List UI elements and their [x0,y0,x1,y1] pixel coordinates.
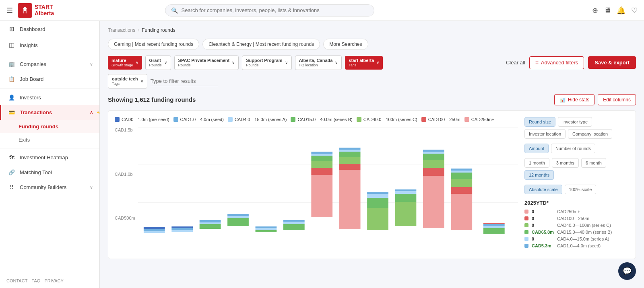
sidebar-label-dashboard: Dashboard [20,26,93,32]
svg-rect-39 [395,202,417,226]
search-input[interactable] [181,7,368,13]
matching-tool-icon: 🔗 [8,169,16,175]
chart-stats-title: 2025YTD* [524,200,629,206]
filter-growth-stage[interactable]: mature Growth stage ∨ [108,56,142,70]
sidebar-item-community-builders[interactable]: ⠿ Community Builders ∨ [0,180,99,195]
ctrl-investor-type[interactable]: Investor type [558,117,592,127]
sidebar-item-transactions[interactable]: 💳 Transactions ∧ 👆 [0,105,99,120]
ctrl-12months[interactable]: 12 months [524,170,554,180]
breadcrumb-separator: › [138,27,139,33]
saved-search-gaming[interactable]: Gaming | Most recent funding rounds [108,39,199,50]
hamburger-icon[interactable]: ☰ [6,6,13,15]
filter-spac[interactable]: SPAC Private Placement Rounds ∨ [174,56,239,70]
ctrl-amount[interactable]: Amount [524,144,549,153]
community-builders-icon: ⠿ [8,184,16,190]
stat-label-4: CAD4.0—15.0m (series A) [557,237,609,241]
sidebar-item-insights[interactable]: ◫ Insights [0,37,99,53]
stat-row-0: 0 CAD250m+ [524,209,629,214]
results-bar: Showing 1,612 funding rounds 📊 Hide stat… [108,94,636,105]
ctrl-100-scale[interactable]: 100% scale [565,185,597,194]
svg-rect-48 [423,150,444,152]
sidebar-item-companies[interactable]: 🏢 Companies ∨ [0,57,99,72]
y-label-500m: CAD500m [115,216,137,220]
filter-bars-icon: ≡ [535,60,539,66]
stat-dot-3 [524,230,528,234]
logo-icon [18,3,32,18]
search-bar[interactable]: 🔍 [165,4,374,16]
sidebar-label-transactions: Transactions [20,109,86,115]
stat-row-4: 0 CAD4.0—15.0m (series A) [524,237,629,241]
chat-bubble[interactable]: 💬 [618,262,636,280]
add-icon[interactable]: ⊕ [592,6,598,15]
stat-row-5: CAD5.3m CAD1.0—4.0m (seed) [524,243,629,248]
bell-icon[interactable]: 🔔 [617,6,625,15]
stat-label-5: CAD1.0—4.0m (seed) [557,243,601,248]
stat-val-0: 0 [532,209,554,214]
svg-rect-21 [283,222,305,224]
sidebar-item-investors[interactable]: 👤 Investors [0,90,99,105]
legend-label-cad250plus: CAD250m+ [471,117,494,122]
svg-rect-18 [256,228,277,230]
companies-icon: 🏢 [8,61,16,67]
legend-series-a: CAD4.0—15.0m (series A) [228,117,287,122]
stat-val-5: CAD5.3m [532,243,554,248]
legend-pre-seed: CAD0—1.0m (pre-seed) [115,117,169,122]
svg-rect-52 [451,173,472,179]
svg-rect-53 [451,171,472,173]
y-label-1b: CAD1.0b [115,172,137,177]
svg-rect-54 [451,169,472,171]
faq-link[interactable]: FAQ [31,278,40,283]
sidebar-item-matching-tool[interactable]: 🔗 Matching Tool [0,165,99,180]
ctrl-absolute-scale[interactable]: Absolute scale [524,185,562,194]
companies-chevron: ∨ [90,62,93,67]
hide-stats-button[interactable]: 📊 Hide stats [554,94,594,105]
ctrl-number-of-rounds[interactable]: Number of rounds [551,144,595,153]
saved-searches: Gaming | Most recent funding rounds Clea… [108,39,636,50]
stat-val-3: CAD65.8m [532,230,554,235]
filter-support-program[interactable]: Support Program Rounds ∨ [242,56,291,70]
ctrl-investor-location[interactable]: Investor location [524,129,566,139]
svg-rect-8 [171,230,193,232]
contact-link[interactable]: CONTACT [6,278,27,283]
legend-dot-cad250plus [464,117,469,122]
breadcrumb-parent[interactable]: Transactions [108,27,135,33]
sidebar-item-job-board[interactable]: 📋 Job Board [0,72,99,86]
edit-columns-button[interactable]: Edit columns [598,94,636,105]
monitor-icon[interactable]: 🖥 [604,6,611,14]
sidebar-divider-3 [0,148,99,148]
stat-label-2: CAD40.0—100m (series C) [557,223,611,228]
ctrl-6month[interactable]: 6 month [581,158,606,168]
ctrl-round-size[interactable]: Round size [524,117,555,127]
stat-label-0: CAD250m+ [557,209,580,214]
transactions-chevron: ∧ [90,110,93,115]
stat-row-2: 0 CAD40.0—100m (series C) [524,223,629,228]
clear-all-button[interactable]: Clear all [506,60,525,66]
svg-rect-20 [283,224,305,230]
insights-icon: ◫ [8,41,16,49]
sidebar-item-dashboard[interactable]: ⊞ Dashboard [0,21,99,37]
filter-start-alberta[interactable]: start alberta Tags ∨ [345,56,383,70]
save-export-button[interactable]: Save & export [588,56,636,69]
filter-outside-tech[interactable]: outside tech Tags ∨ [108,74,147,88]
ctrl-1month[interactable]: 1 month [524,158,549,168]
svg-rect-13 [200,220,221,222]
ctrl-company-location[interactable]: Company location [568,129,612,139]
filter-hq-location[interactable]: Alberta, Canada HQ location ∨ [295,56,342,70]
heart-icon[interactable]: ♡ [631,6,638,15]
filter-text-input[interactable] [151,76,218,86]
investment-heatmap-icon: 🗺 [8,154,16,160]
sidebar-item-investment-heatmap[interactable]: 🗺 Investment Heatmap [0,150,99,165]
legend-label-series-a: CAD4.0—15.0m (series A) [235,117,287,122]
filter-row: mature Growth stage ∨ Grant Rounds ∨ SPA… [108,56,636,70]
job-board-icon: 📋 [8,76,16,82]
sidebar-sub-exits[interactable]: Exits [0,133,99,146]
svg-rect-6 [144,229,165,231]
sidebar-sub-funding-rounds[interactable]: Funding rounds [0,120,99,133]
svg-rect-41 [395,191,417,194]
more-searches-button[interactable]: More Searches [323,39,368,50]
advanced-filters-button[interactable]: ≡ Advanced filters [529,56,584,69]
ctrl-3months[interactable]: 3 months [552,158,579,168]
saved-search-cleantech[interactable]: Cleantech & Energy | Most recent funding… [202,39,320,50]
privacy-link[interactable]: PRIVACY [44,278,63,283]
filter-grant[interactable]: Grant Rounds ∨ [145,56,171,70]
